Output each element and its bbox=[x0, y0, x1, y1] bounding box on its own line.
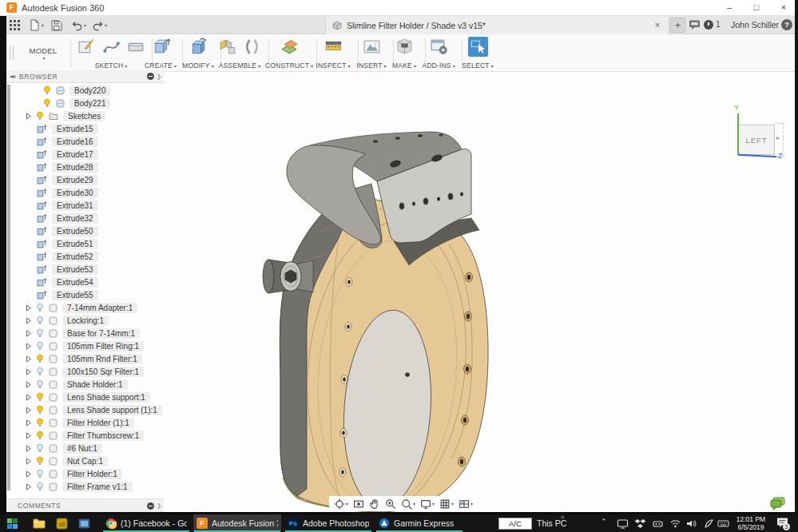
taskbar-photos-app[interactable] bbox=[73, 514, 94, 532]
user-name[interactable]: John Schiller bbox=[731, 20, 779, 30]
display-settings-button[interactable]: ▾ bbox=[419, 498, 436, 510]
visibility-bulb-icon[interactable] bbox=[36, 443, 44, 453]
scripts-addins-icon[interactable] bbox=[429, 37, 449, 57]
create-sketch-icon[interactable] bbox=[77, 37, 97, 57]
browser-feature-row[interactable]: Extrude28 bbox=[6, 161, 164, 173]
expand-arrow-icon[interactable] bbox=[26, 483, 32, 490]
expand-arrow-icon[interactable] bbox=[26, 330, 32, 337]
browser-feature-row[interactable]: Extrude32 bbox=[6, 212, 164, 224]
taskbar-clock[interactable]: 12:01 PM 6/5/2019 bbox=[732, 515, 770, 531]
visibility-bulb-icon[interactable] bbox=[36, 418, 44, 427]
new-body-icon[interactable] bbox=[151, 37, 171, 57]
pan-button[interactable] bbox=[367, 498, 382, 510]
browser-feature-row[interactable]: Extrude16 bbox=[6, 135, 164, 148]
browser-component-row[interactable]: Filter Thumbscrew:1 bbox=[6, 429, 164, 442]
ribbon-group-construct[interactable]: CONSTRUCT▾ bbox=[265, 34, 313, 71]
3d-print-icon[interactable] bbox=[395, 37, 415, 57]
overflow-chevrons-icon[interactable]: » bbox=[561, 514, 564, 521]
tab-close-icon[interactable]: × bbox=[651, 19, 664, 32]
visibility-bulb-icon[interactable] bbox=[43, 85, 51, 95]
spline-icon[interactable] bbox=[101, 37, 121, 57]
ribbon-group-create[interactable]: CREATE▾ bbox=[141, 34, 181, 71]
look-at-button[interactable] bbox=[351, 498, 366, 510]
save-icon[interactable] bbox=[50, 19, 62, 31]
browser-feature-row[interactable]: Extrude51 bbox=[6, 237, 164, 250]
expand-arrow-icon[interactable] bbox=[26, 432, 32, 439]
browser-feature-row[interactable]: Extrude50 bbox=[6, 224, 164, 237]
maximize-button[interactable]: □ bbox=[745, 0, 768, 15]
view-cube[interactable]: Y LEFT Z ▸ bbox=[730, 104, 797, 161]
panel-flyout-icon[interactable]: ❯ bbox=[157, 502, 161, 509]
construction-plane-icon[interactable] bbox=[280, 37, 300, 57]
expand-arrow-icon[interactable] bbox=[26, 343, 32, 350]
expand-arrow-icon[interactable] bbox=[26, 368, 32, 375]
browser-component-row[interactable]: Filter Holder (1):1 bbox=[6, 416, 164, 429]
document-tab[interactable]: Slimline Filter Holder / Shade v3 v15* bbox=[326, 16, 669, 34]
expand-arrow-icon[interactable] bbox=[26, 317, 32, 324]
expand-arrow-icon[interactable] bbox=[26, 458, 32, 465]
tray-keyboard-icon[interactable] bbox=[717, 518, 729, 530]
visibility-bulb-icon[interactable] bbox=[36, 392, 44, 402]
chevron-down-icon[interactable]: ▾ bbox=[432, 501, 435, 506]
chevron-down-icon[interactable]: ▾ bbox=[413, 501, 415, 506]
browser-component-row[interactable]: Filter Frame v1:1 bbox=[6, 480, 164, 493]
chevron-down-icon[interactable]: ▾ bbox=[346, 501, 348, 506]
new-component-icon[interactable] bbox=[217, 37, 237, 57]
panel-flyout-icon[interactable]: ❯ bbox=[157, 73, 161, 80]
visibility-bulb-icon[interactable] bbox=[36, 303, 44, 312]
3d-viewport-canvas[interactable]: Y LEFT Z ▸ ◂◂ BROWSER ❯ bbox=[0, 72, 798, 512]
browser-header[interactable]: ◂◂ BROWSER ❯ bbox=[6, 70, 164, 83]
visibility-bulb-icon[interactable] bbox=[36, 328, 44, 338]
browser-sketches-folder-row[interactable]: Sketches bbox=[6, 109, 164, 122]
browser-component-row[interactable]: 105mm Rnd Filter:1 bbox=[6, 352, 164, 365]
grid-snap-button[interactable]: ▾ bbox=[438, 498, 455, 510]
expand-arrow-icon[interactable] bbox=[26, 470, 32, 478]
chevron-down-icon[interactable]: ▾ bbox=[42, 22, 44, 28]
taskbar-file-explorer[interactable] bbox=[29, 514, 50, 532]
visibility-bulb-icon[interactable] bbox=[36, 379, 44, 389]
browser-feature-row[interactable]: Extrude55 bbox=[6, 288, 164, 301]
measure-icon[interactable] bbox=[324, 37, 343, 57]
comment-bubble-icon[interactable] bbox=[689, 19, 701, 30]
ribbon-group-sketch[interactable]: SKETCH▾ bbox=[73, 34, 149, 71]
taskbar-button-photoshop[interactable]: Ps Adobe Photoshop ... bbox=[284, 514, 372, 532]
press-pull-icon[interactable] bbox=[189, 37, 208, 57]
version-history-icon[interactable] bbox=[704, 20, 713, 30]
action-center-button[interactable]: 3 bbox=[776, 517, 792, 530]
feedback-bubble-icon[interactable] bbox=[770, 497, 786, 510]
browser-component-row[interactable]: #6 Nut:1 bbox=[6, 442, 164, 455]
tray-dropbox-icon[interactable] bbox=[634, 518, 646, 530]
browser-feature-row[interactable]: Extrude30 bbox=[6, 186, 164, 199]
browser-component-row[interactable]: 100x150 Sqr Filter:1 bbox=[6, 365, 164, 378]
show-hidden-icons-chevron[interactable]: ⌃ bbox=[601, 518, 607, 526]
browser-body-row[interactable]: Body221 bbox=[6, 97, 164, 109]
visibility-bulb-icon[interactable] bbox=[36, 405, 44, 415]
ribbon-group-inspect[interactable]: INSPECT▾ bbox=[312, 34, 355, 71]
expand-arrow-icon[interactable] bbox=[26, 355, 32, 363]
tray-pen-icon[interactable] bbox=[703, 518, 715, 530]
window-zoom-button[interactable]: ▾ bbox=[399, 498, 417, 510]
browser-component-row[interactable]: Nut Cap:1 bbox=[6, 455, 164, 467]
visibility-bulb-icon[interactable] bbox=[36, 111, 44, 121]
taskbar-search-field[interactable]: A/C bbox=[498, 518, 532, 530]
visibility-bulb-icon[interactable] bbox=[36, 354, 44, 363]
visibility-bulb-icon[interactable] bbox=[36, 367, 44, 376]
minimize-button[interactable]: – bbox=[718, 0, 740, 15]
browser-feature-row[interactable]: Extrude17 bbox=[6, 148, 164, 161]
visibility-bulb-icon[interactable] bbox=[36, 482, 44, 491]
ribbon-group-assemble[interactable]: ASSEMBLE▾ bbox=[214, 34, 265, 71]
browser-feature-row[interactable]: Extrude15 bbox=[6, 122, 164, 135]
taskbar-button-fusion[interactable]: F Autodesk Fusion 360 bbox=[193, 514, 281, 532]
browser-feature-row[interactable]: Extrude29 bbox=[6, 173, 164, 186]
file-menu-icon[interactable] bbox=[29, 19, 41, 31]
redo-icon[interactable] bbox=[92, 19, 104, 31]
tray-device-icon[interactable] bbox=[652, 518, 664, 530]
expand-arrow-icon[interactable] bbox=[26, 381, 32, 388]
visibility-bulb-icon[interactable] bbox=[36, 341, 44, 351]
expand-arrow-icon[interactable] bbox=[26, 394, 32, 401]
toolbar-grip[interactable] bbox=[10, 46, 14, 60]
browser-feature-row[interactable]: Extrude53 bbox=[6, 263, 164, 276]
help-icon[interactable]: ? bbox=[781, 19, 792, 30]
visibility-bulb-icon[interactable] bbox=[36, 456, 44, 466]
new-document-button[interactable]: + bbox=[670, 18, 685, 33]
